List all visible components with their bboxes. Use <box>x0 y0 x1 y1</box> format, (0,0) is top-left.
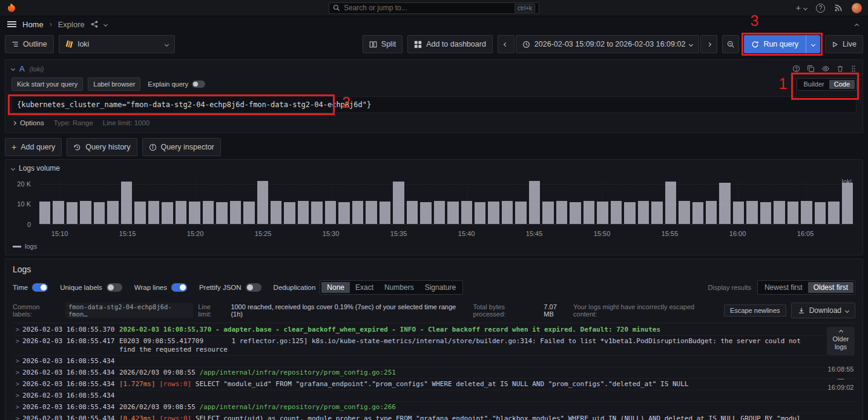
time-range-button[interactable]: 2026-02-03 15:09:02 to 2026-02-03 16:09:… <box>516 35 700 53</box>
play-icon <box>832 41 838 48</box>
datasource-picker[interactable]: loki <box>59 35 175 53</box>
volume-bar <box>787 202 798 224</box>
expand-log-row-icon[interactable]: > <box>13 403 22 412</box>
log-row[interactable]: >2026-02-03 16:08:55.3702026-02-03 16:08… <box>13 324 855 336</box>
run-query-button[interactable]: Run query <box>744 35 806 53</box>
log-navigation-range[interactable]: 16:08:55 — 16:09:02 <box>828 365 854 392</box>
help-icon[interactable]: ? <box>816 4 825 13</box>
common-labels-value[interactable]: fmon-data-stg2-04-echp8j6d-fmon… <box>65 303 193 318</box>
query-history-button[interactable]: Query history <box>67 138 137 156</box>
kick-start-query-button[interactable]: Kick start your query <box>12 77 83 91</box>
time-shift-back-button[interactable] <box>498 35 515 53</box>
expand-log-row-icon[interactable]: > <box>13 392 22 400</box>
split-label: Split <box>381 40 396 48</box>
explain-query-toggle[interactable] <box>192 80 205 88</box>
delete-query-trash-icon[interactable] <box>837 65 844 73</box>
share-icon[interactable] <box>91 21 98 28</box>
log-timestamp: 2026-02-03 16:08:55.434 <box>22 380 119 389</box>
volume-bar <box>298 201 309 224</box>
volume-bar <box>706 201 717 224</box>
live-button[interactable]: Live <box>825 35 863 53</box>
collapse-panel-icon[interactable] <box>11 166 15 170</box>
log-row[interactable]: >2026-02-03 16:08:55.434[1.727ms] [rows:… <box>13 379 855 390</box>
time-toggle[interactable] <box>32 283 48 292</box>
split-button[interactable]: Split <box>363 35 403 53</box>
chevron-down-icon[interactable] <box>104 22 108 26</box>
log-row[interactable]: >2026-02-03 16:08:55.4342026/02/03 09:08… <box>13 367 855 379</box>
editor-mode-group: Builder Code <box>797 78 856 91</box>
log-row[interactable]: >2026-02-03 16:08:55.417E0203 09:08:55.4… <box>13 336 855 356</box>
unique-labels-toggle[interactable] <box>107 283 122 292</box>
run-query-dropdown[interactable] <box>806 35 820 53</box>
expand-log-row-icon[interactable]: > <box>13 415 22 420</box>
drag-handle-icon[interactable] <box>850 65 856 73</box>
legend-label[interactable]: logs <box>25 243 37 250</box>
dedup-option-none[interactable]: None <box>321 282 350 293</box>
label-browser-button[interactable]: Label browser <box>88 77 140 91</box>
add-to-dashboard-button[interactable]: Add to dashboard <box>407 35 493 53</box>
outline-button[interactable]: Outline <box>5 35 54 53</box>
user-avatar[interactable] <box>852 3 862 13</box>
volume-bar <box>597 202 608 224</box>
display-option-newest-first[interactable]: Newest first <box>759 282 808 293</box>
logs-volume-header[interactable]: Logs volume <box>12 164 856 172</box>
add-to-dashboard-label: Add to dashboard <box>426 40 486 48</box>
volume-bar <box>638 201 649 224</box>
download-label: Download <box>809 306 841 315</box>
breadcrumb-separator: › <box>50 20 52 28</box>
collapse-query-icon[interactable] <box>11 67 15 71</box>
options-toggle[interactable]: Options <box>13 119 44 126</box>
log-row[interactable]: >2026-02-03 16:08:55.4342026/02/03 09:08… <box>13 402 855 413</box>
explore-actions: + Add query Query history Query inspecto… <box>5 138 863 156</box>
older-logs-button[interactable]: Older logs <box>827 327 855 355</box>
query-row-actions <box>792 65 856 73</box>
expand-log-row-icon[interactable]: > <box>13 380 22 389</box>
prettify-json-toggle[interactable] <box>246 283 261 292</box>
log-rows-wrapper: >2026-02-03 16:08:55.3702026-02-03 16:08… <box>13 324 855 420</box>
series-label: loki <box>841 178 852 185</box>
disable-query-eye-icon[interactable] <box>821 65 830 73</box>
log-row[interactable]: >2026-02-03 16:08:55.434[0.423ms] [rows:… <box>13 413 855 420</box>
query-help-icon[interactable] <box>792 65 800 73</box>
dedup-option-exact[interactable]: Exact <box>350 282 379 293</box>
dedup-option-numbers[interactable]: Numbers <box>379 282 419 293</box>
add-query-button[interactable]: + Add query <box>5 138 62 156</box>
add-menu-button[interactable]: + <box>796 3 807 13</box>
chart-legend[interactable]: logs <box>12 241 856 254</box>
expand-log-row-icon[interactable]: > <box>13 369 22 377</box>
volume-bar <box>393 182 404 224</box>
mode-code-option[interactable]: Code <box>829 80 855 89</box>
dedup-option-signature[interactable]: Signature <box>419 282 461 293</box>
time-shift-forward-button[interactable] <box>700 35 717 53</box>
query-code-editor[interactable]: {kubernetes_cluster_name="fmon-data-stg2… <box>12 96 856 113</box>
duplicate-query-icon[interactable] <box>807 65 815 73</box>
log-row[interactable]: >2026-02-03 16:08:55.434 <box>13 390 855 402</box>
unique-labels-control: Unique labels <box>60 283 122 292</box>
display-option-oldest-first[interactable]: Oldest first <box>808 282 853 293</box>
search-box[interactable]: ctrl+k <box>329 2 539 14</box>
topnav-actions: + ? <box>796 3 862 13</box>
expand-log-row-icon[interactable]: > <box>13 326 22 334</box>
wrap-lines-toggle[interactable] <box>171 283 187 292</box>
zoom-out-button[interactable] <box>722 35 739 53</box>
volume-bar <box>230 201 241 224</box>
expand-log-row-icon[interactable]: > <box>13 357 22 366</box>
log-row[interactable]: >2026-02-03 16:08:55.434 <box>13 356 855 367</box>
news-rss-icon[interactable] <box>834 4 843 12</box>
volume-bar <box>570 202 580 225</box>
escape-newlines-button[interactable]: Escape newlines <box>724 304 786 317</box>
wrap-lines-control: Wrap lines <box>134 283 187 292</box>
mode-builder-option[interactable]: Builder <box>798 80 829 89</box>
expand-log-row-icon[interactable]: > <box>13 337 22 346</box>
escaped-content-label: Your logs might have incorrectly escaped… <box>573 303 719 318</box>
grafana-logo[interactable] <box>6 2 17 13</box>
menu-hamburger-icon[interactable] <box>7 21 16 27</box>
breadcrumb-explore[interactable]: Explore <box>58 20 85 29</box>
breadcrumb-home[interactable]: Home <box>22 20 44 29</box>
download-button[interactable]: Download <box>791 303 855 318</box>
query-ref-id[interactable]: A <box>19 64 25 73</box>
query-inspector-button[interactable]: Query inspector <box>142 138 221 156</box>
search-input[interactable] <box>344 4 511 12</box>
chevron-down-icon <box>689 42 693 46</box>
collapse-section-icon[interactable] <box>853 16 861 32</box>
